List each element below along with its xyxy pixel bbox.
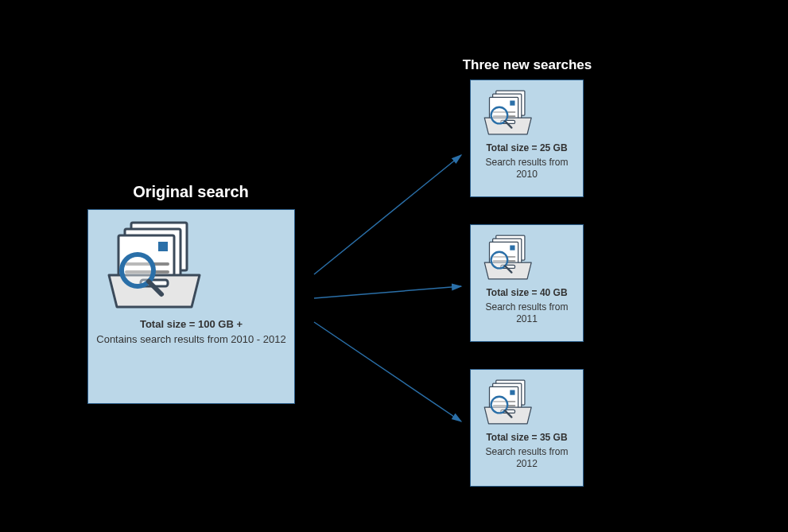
source-search-card: Total size = 100 GB + Contains search re… <box>87 209 295 404</box>
header-split: Three new searches <box>456 57 599 73</box>
target-card-2011: Total size = 40 GB Search results from 2… <box>470 224 584 342</box>
svg-rect-3 <box>158 242 168 251</box>
svg-rect-30 <box>510 390 515 395</box>
svg-rect-12 <box>510 101 515 106</box>
search-archive-icon <box>477 88 539 138</box>
target-card-2012: Total size = 35 GB Search results from 2… <box>470 369 584 487</box>
search-archive-icon <box>477 378 539 427</box>
target-desc: Search results from 2010 <box>477 157 576 181</box>
source-size-label: Total size = 100 GB + <box>95 318 288 330</box>
svg-rect-21 <box>510 246 515 250</box>
search-archive-icon <box>477 233 539 282</box>
target-desc: Search results from 2012 <box>477 446 576 470</box>
source-desc: Contains search results from 2010 - 2012 <box>95 333 288 346</box>
svg-line-37 <box>314 286 461 298</box>
target-size-label: Total size = 40 GB <box>477 287 576 298</box>
target-size-label: Total size = 35 GB <box>477 432 576 443</box>
target-size-label: Total size = 25 GB <box>477 142 576 153</box>
search-archive-icon <box>95 218 214 313</box>
target-desc: Search results from 2011 <box>477 301 576 325</box>
svg-line-38 <box>314 322 461 421</box>
header-original: Original search <box>87 183 294 201</box>
svg-line-36 <box>314 155 461 274</box>
target-card-2010: Total size = 25 GB Search results from 2… <box>470 80 584 197</box>
